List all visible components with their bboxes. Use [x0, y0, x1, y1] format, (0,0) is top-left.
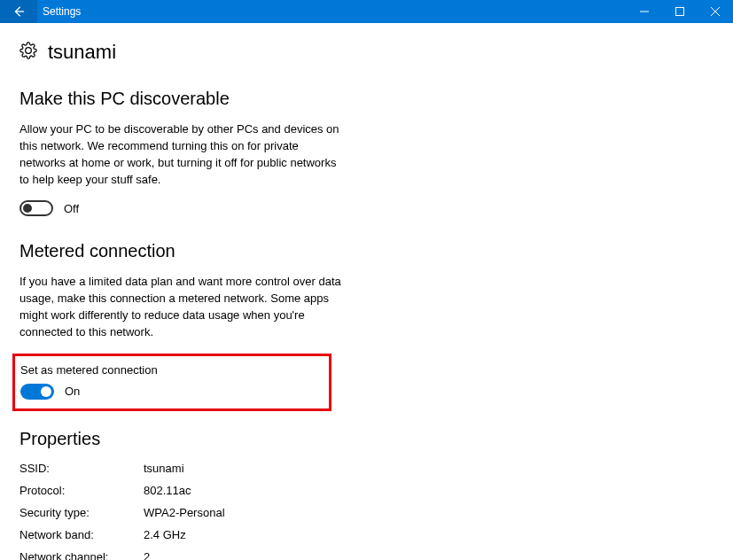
- titlebar: Settings: [0, 0, 733, 23]
- close-button[interactable]: [698, 0, 733, 23]
- metered-toggle-label: On: [65, 385, 80, 398]
- content-area: tsunami Make this PC discoverable Allow …: [0, 23, 733, 560]
- table-row: Protocol: 802.11ac: [19, 484, 714, 497]
- gear-icon: [19, 42, 37, 63]
- prop-label: Network band:: [19, 528, 144, 541]
- prop-value: 802.11ac: [144, 484, 714, 497]
- svg-rect-0: [676, 8, 684, 16]
- metered-heading: Metered connection: [19, 241, 714, 261]
- close-icon: [711, 7, 720, 16]
- maximize-icon: [675, 7, 684, 16]
- prop-label: SSID:: [19, 462, 144, 475]
- prop-value: 2: [144, 550, 714, 560]
- table-row: SSID: tsunami: [19, 462, 714, 475]
- back-button[interactable]: [0, 0, 37, 23]
- window-controls: [627, 0, 733, 23]
- prop-label: Protocol:: [19, 484, 144, 497]
- table-row: Network band: 2.4 GHz: [19, 528, 714, 541]
- metered-toggle[interactable]: [20, 384, 54, 400]
- minimize-icon: [640, 7, 649, 16]
- metered-toggle-row: On: [20, 384, 320, 400]
- discoverable-toggle-label: Off: [64, 202, 79, 215]
- table-row: Network channel: 2: [19, 550, 714, 560]
- metered-description: If you have a limited data plan and want…: [19, 274, 347, 340]
- page-header: tsunami: [19, 41, 714, 64]
- prop-value: WPA2-Personal: [144, 506, 714, 519]
- prop-label: Security type:: [19, 506, 144, 519]
- arrow-left-icon: [12, 5, 25, 18]
- metered-field-label: Set as metered connection: [20, 363, 320, 377]
- prop-value: 2.4 GHz: [144, 528, 714, 541]
- discoverable-toggle-row: Off: [19, 200, 714, 216]
- discoverable-toggle[interactable]: [19, 200, 53, 216]
- window-title: Settings: [37, 0, 627, 23]
- table-row: Security type: WPA2-Personal: [19, 506, 714, 519]
- discoverable-description: Allow your PC to be discoverable by othe…: [19, 121, 347, 188]
- metered-highlight: Set as metered connection On: [12, 354, 331, 411]
- maximize-button[interactable]: [662, 0, 698, 23]
- prop-label: Network channel:: [19, 550, 144, 560]
- page-title: tsunami: [48, 41, 116, 64]
- properties-heading: Properties: [19, 429, 714, 449]
- properties-table: SSID: tsunami Protocol: 802.11ac Securit…: [19, 462, 714, 560]
- discoverable-heading: Make this PC discoverable: [19, 89, 714, 109]
- minimize-button[interactable]: [627, 0, 662, 23]
- prop-value: tsunami: [144, 462, 714, 475]
